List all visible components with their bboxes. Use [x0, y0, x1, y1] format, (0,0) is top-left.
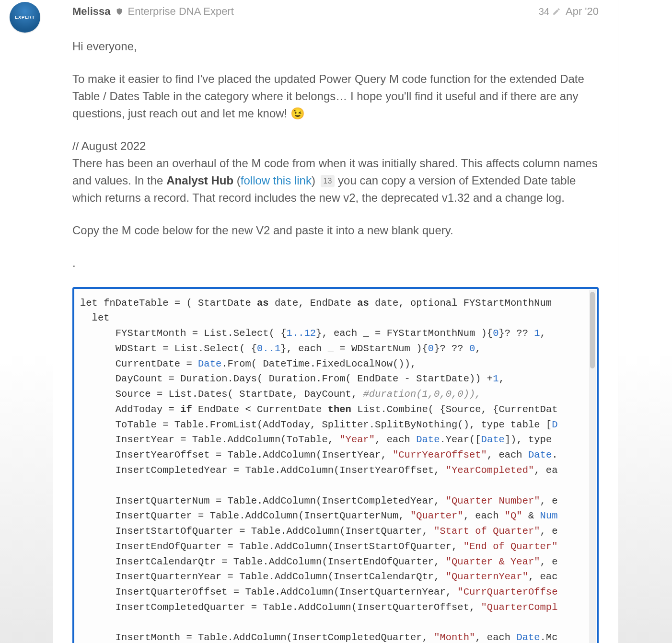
- code-content: let fnDateTable = ( StartDate as date, E…: [74, 289, 597, 643]
- link-click-count: 13: [321, 175, 335, 187]
- shield-icon: [116, 8, 123, 15]
- author-name[interactable]: Melissa: [72, 5, 111, 19]
- avatar[interactable]: EXPERT: [10, 2, 40, 33]
- code-vertical-scrollbar[interactable]: [589, 290, 596, 643]
- edit-count-value: 34: [539, 5, 549, 18]
- post-header: Melissa Enterprise DNA Expert 34 Apr '20: [72, 3, 599, 19]
- post-container: Melissa Enterprise DNA Expert 34 Apr '20…: [53, 0, 618, 643]
- post-body: Hi everyone, To make it easier to find I…: [72, 38, 599, 272]
- paragraph-dot: .: [72, 254, 599, 272]
- paragraph-copy: Copy the M code below for the new V2 and…: [72, 222, 599, 239]
- avatar-badge: EXPERT: [15, 15, 35, 20]
- paragraph-update: // August 2022 There has been an overhau…: [72, 138, 599, 207]
- code-block[interactable]: let fnDateTable = ( StartDate as date, E…: [72, 287, 599, 643]
- code-vertical-scrollbar-thumb[interactable]: [590, 292, 595, 368]
- post-date[interactable]: Apr '20: [566, 5, 599, 19]
- greeting: Hi everyone,: [72, 38, 599, 55]
- edit-count[interactable]: 34: [539, 5, 561, 18]
- paragraph-intro: To make it easier to find I've placed th…: [72, 70, 599, 122]
- pencil-icon: [552, 7, 561, 16]
- follow-this-link[interactable]: follow this link: [241, 174, 312, 187]
- update-tag: // August 2022: [72, 139, 146, 152]
- author-title: Enterprise DNA Expert: [128, 5, 234, 19]
- code-scroll[interactable]: let fnDateTable = ( StartDate as date, E…: [74, 289, 597, 643]
- analyst-hub-bold: Analyst Hub: [166, 174, 233, 187]
